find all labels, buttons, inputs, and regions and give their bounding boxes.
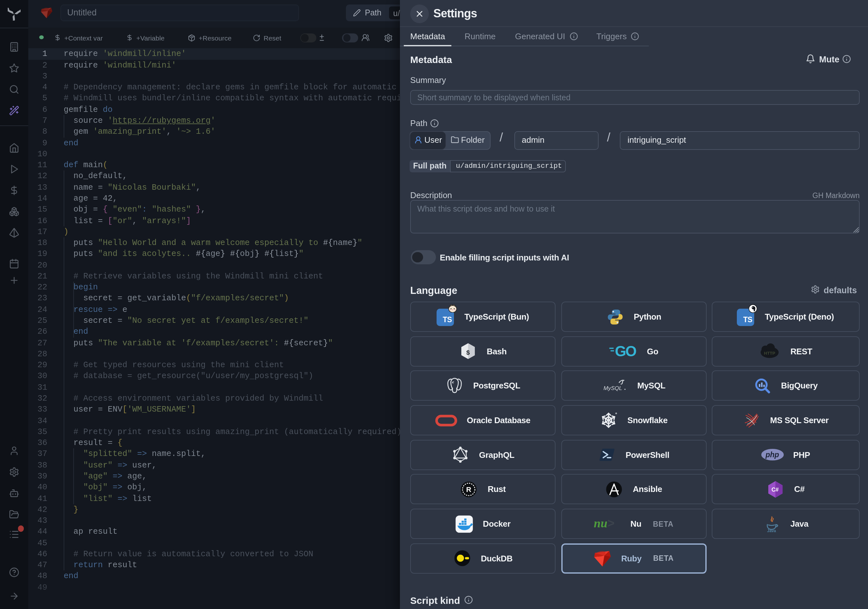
svg-text:HTTP: HTTP bbox=[764, 351, 775, 356]
svg-text:MySQL: MySQL bbox=[604, 385, 622, 391]
svg-text:$: $ bbox=[466, 349, 470, 356]
svg-text:R: R bbox=[467, 485, 471, 494]
svg-text:Java: Java bbox=[767, 528, 776, 533]
svg-text:C#: C# bbox=[772, 487, 779, 493]
svg-text:GO: GO bbox=[615, 343, 637, 360]
